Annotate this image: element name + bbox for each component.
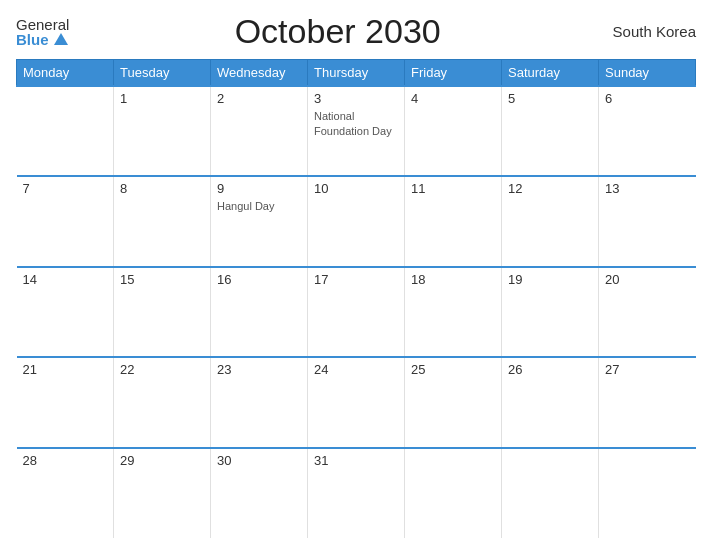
- day-number: 31: [314, 453, 398, 468]
- calendar-cell: 11: [405, 176, 502, 266]
- calendar-table: MondayTuesdayWednesdayThursdayFridaySatu…: [16, 59, 696, 538]
- column-header-wednesday: Wednesday: [211, 60, 308, 87]
- logo: General Blue: [16, 17, 69, 47]
- day-number: 17: [314, 272, 398, 287]
- calendar-cell: 25: [405, 357, 502, 447]
- day-number: 15: [120, 272, 204, 287]
- calendar-cell: 16: [211, 267, 308, 357]
- calendar-cell: 21: [17, 357, 114, 447]
- day-number: 5: [508, 91, 592, 106]
- day-number: 22: [120, 362, 204, 377]
- day-number: 19: [508, 272, 592, 287]
- calendar-cell: 31: [308, 448, 405, 538]
- calendar-cell: 12: [502, 176, 599, 266]
- calendar-cell: 19: [502, 267, 599, 357]
- calendar-cell: 22: [114, 357, 211, 447]
- column-header-monday: Monday: [17, 60, 114, 87]
- day-number: 7: [23, 181, 108, 196]
- day-number: 9: [217, 181, 301, 196]
- calendar-cell: 3National Foundation Day: [308, 86, 405, 176]
- event-label: National Foundation Day: [314, 110, 392, 137]
- calendar-cell: 27: [599, 357, 696, 447]
- day-number: 13: [605, 181, 690, 196]
- calendar-cell: 30: [211, 448, 308, 538]
- calendar-cell: 26: [502, 357, 599, 447]
- calendar-cell: 5: [502, 86, 599, 176]
- calendar-cell: 29: [114, 448, 211, 538]
- calendar-cell: 18: [405, 267, 502, 357]
- calendar-week-row: 21222324252627: [17, 357, 696, 447]
- day-number: 27: [605, 362, 690, 377]
- calendar-cell: 14: [17, 267, 114, 357]
- day-number: 18: [411, 272, 495, 287]
- calendar-header: General Blue October 2030 South Korea: [16, 12, 696, 51]
- calendar-header-row: MondayTuesdayWednesdayThursdayFridaySatu…: [17, 60, 696, 87]
- column-header-saturday: Saturday: [502, 60, 599, 87]
- calendar-cell: 15: [114, 267, 211, 357]
- day-number: 4: [411, 91, 495, 106]
- day-number: 11: [411, 181, 495, 196]
- day-number: 1: [120, 91, 204, 106]
- day-number: 26: [508, 362, 592, 377]
- day-number: 25: [411, 362, 495, 377]
- calendar-cell: 6: [599, 86, 696, 176]
- calendar-week-row: 14151617181920: [17, 267, 696, 357]
- page-title: October 2030: [69, 12, 606, 51]
- calendar-cell: 17: [308, 267, 405, 357]
- calendar-cell: 24: [308, 357, 405, 447]
- day-number: 10: [314, 181, 398, 196]
- calendar-week-row: 28293031: [17, 448, 696, 538]
- column-header-thursday: Thursday: [308, 60, 405, 87]
- day-number: 6: [605, 91, 690, 106]
- calendar-week-row: 789Hangul Day10111213: [17, 176, 696, 266]
- day-number: 14: [23, 272, 108, 287]
- calendar-cell: 7: [17, 176, 114, 266]
- logo-triangle-icon: [54, 33, 68, 45]
- day-number: 29: [120, 453, 204, 468]
- calendar-week-row: 123National Foundation Day456: [17, 86, 696, 176]
- column-header-friday: Friday: [405, 60, 502, 87]
- calendar-cell: 4: [405, 86, 502, 176]
- day-number: 2: [217, 91, 301, 106]
- column-header-sunday: Sunday: [599, 60, 696, 87]
- day-number: 23: [217, 362, 301, 377]
- logo-blue-text: Blue: [16, 32, 68, 47]
- calendar-cell: 20: [599, 267, 696, 357]
- day-number: 12: [508, 181, 592, 196]
- calendar-cell: [502, 448, 599, 538]
- calendar-cell: 23: [211, 357, 308, 447]
- day-number: 28: [23, 453, 108, 468]
- event-label: Hangul Day: [217, 200, 274, 212]
- calendar-cell: 8: [114, 176, 211, 266]
- day-number: 21: [23, 362, 108, 377]
- day-number: 3: [314, 91, 398, 106]
- day-number: 24: [314, 362, 398, 377]
- calendar-cell: [17, 86, 114, 176]
- logo-general-text: General: [16, 17, 69, 32]
- calendar-cell: 13: [599, 176, 696, 266]
- country-label: South Korea: [606, 23, 696, 40]
- day-number: 16: [217, 272, 301, 287]
- calendar-cell: 2: [211, 86, 308, 176]
- day-number: 20: [605, 272, 690, 287]
- calendar-cell: [405, 448, 502, 538]
- calendar-cell: [599, 448, 696, 538]
- calendar-cell: 28: [17, 448, 114, 538]
- calendar-cell: 10: [308, 176, 405, 266]
- day-number: 30: [217, 453, 301, 468]
- column-header-tuesday: Tuesday: [114, 60, 211, 87]
- calendar-cell: 1: [114, 86, 211, 176]
- calendar-cell: 9Hangul Day: [211, 176, 308, 266]
- day-number: 8: [120, 181, 204, 196]
